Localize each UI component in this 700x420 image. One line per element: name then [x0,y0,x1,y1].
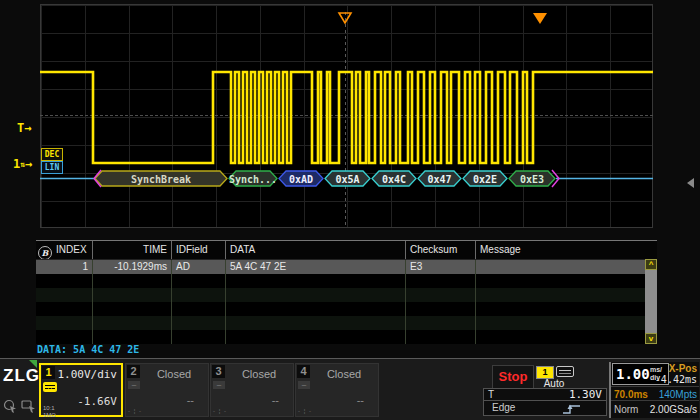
dc-coupling-icon [43,382,57,392]
center-axis-line [40,115,653,116]
channel1-scale: 1.00V/div [57,368,117,381]
waveform-graticule [40,4,653,228]
lin-bus-tag[interactable]: LIN [41,161,63,174]
column-checksum: Checksum [406,241,476,259]
coupling-mini-icon: - ¦ - [128,408,142,414]
sample-rate: 2.00GSa/s [650,404,697,415]
column-idfield: IDField [172,241,226,259]
record-points: 140Mpts [659,389,697,400]
column-time: TIME [93,241,172,259]
touch-gesture-icon [3,399,18,414]
table-row[interactable] [36,302,657,316]
channel2-number: 2 [127,365,140,378]
channel4-offset: -- [357,394,364,406]
bottom-control-bar: ZLG 1 1.00V/div -1.66V 10:1 1MΩ 2 Closed… [0,358,700,420]
side-panel-collapse-icon[interactable] [687,178,694,188]
run-stop-indicator[interactable]: Stop [492,365,534,389]
timebase-scale: 1.00 [616,366,650,382]
oscilloscope-screen: SynchBreakSynch...0xAD0x5A0x4C0x470x2E0x… [0,0,700,420]
channel4-state: Closed [310,368,378,380]
xpos-label: X-Pos [669,363,697,374]
table-row[interactable] [36,274,657,288]
record-depth-row: 70.0ms 140Mpts [611,386,699,401]
table-row[interactable] [36,330,657,344]
decode-table-header: BINDEX TIME IDField DATA Checksum Messag… [36,241,657,260]
channel1-box[interactable]: 1 1.00V/div -1.66V 10:1 1MΩ [39,363,123,417]
coupling-mini-icon: - ¦ - [213,408,227,414]
timebase-panel[interactable]: 1.00 ms/div X-Pos -4.42ms 70.0ms 140Mpts… [609,362,699,418]
trigger-coupling-icon[interactable] [556,366,574,377]
record-time: 70.0ms [614,389,648,400]
channel3-number: 3 [212,365,225,378]
coupling-mini-icon: - ¦ - [298,408,312,414]
zlg-logo: ZLG [3,366,40,386]
column-index: BINDEX [36,241,93,259]
channel3-offset: -- [272,394,279,406]
probe-ratio: 10:1 [43,405,55,411]
logo-corner-badge [29,360,37,368]
column-message: Message [476,241,645,259]
channel4-number: 4 [297,365,310,378]
right-arrow-icon: → [24,121,31,135]
acquisition-row: Norm 2.00GSa/s [611,400,699,417]
table-scrollbar[interactable]: ^ v [645,259,657,344]
channel2-state: Closed [140,368,208,380]
trigger-level-marker[interactable]: T→ [17,121,31,135]
decoded-data-status: DATA: 5A 4C 47 2E [37,344,139,355]
table-row[interactable] [36,288,657,302]
right-arrow-icon: → [25,157,32,171]
minus-icon: – [213,381,225,389]
channel1-offset: -1.66V [77,395,117,408]
channel3-state: Closed [225,368,293,380]
pointer-gesture-icon [21,399,37,414]
rising-edge-icon [562,403,582,415]
minus-icon: – [298,381,310,389]
channel4-box[interactable]: 4 Closed – -- - ¦ - [295,363,379,417]
column-data: DATA [226,241,406,259]
minus-icon: – [128,381,140,389]
channel2-offset: -- [187,394,194,406]
table-row-selected[interactable]: 1 -10.1929ms AD 5A 4C 47 2E E3 [36,260,657,274]
scroll-up-icon[interactable]: ^ [645,259,657,270]
bus-b-icon: B [38,246,52,259]
probe-impedance: 1MΩ [43,412,56,418]
channel1-number: 1 [42,366,55,379]
channel3-box[interactable]: 3 Closed – -- - ¦ - [210,363,294,417]
xpos-value: -4.42ms [655,374,697,385]
scroll-down-icon[interactable]: v [645,333,657,344]
table-row[interactable] [36,316,657,330]
scrollbar-track[interactable] [645,270,657,333]
acquisition-mode: Norm [614,404,638,415]
trigger-type-row[interactable]: Edge [483,400,607,416]
channel1-position-marker[interactable]: 1⇅→ [13,157,32,171]
decode-table: BINDEX TIME IDField DATA Checksum Messag… [36,240,657,344]
decode-tag[interactable]: DEC [41,148,63,161]
channel2-box[interactable]: 2 Closed – -- - ¦ - [125,363,209,417]
